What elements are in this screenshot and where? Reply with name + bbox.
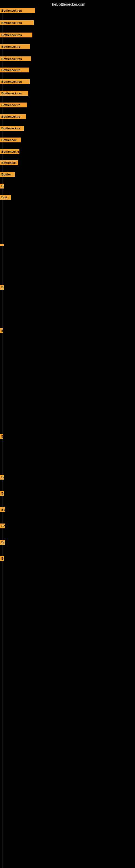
bar-item: Bott: [0, 195, 11, 199]
bar-label: Bott: [0, 540, 5, 545]
bar-label: B: [0, 285, 4, 290]
bar-item: Bottleneck: [0, 160, 18, 165]
bar-item: Bottleneck res: [0, 79, 30, 84]
bar-label: Bottleneck res: [0, 8, 35, 13]
bar-item: Bottleneck re: [0, 102, 27, 107]
bar-item: Bottleneck res: [0, 8, 35, 13]
bar-label: Bo: [0, 556, 4, 561]
bar-item: B: [0, 184, 4, 188]
bar-label: Bo: [0, 491, 4, 496]
bar-label: Bo: [0, 475, 4, 479]
bar-item: Bo: [0, 475, 4, 479]
bar-item: Bottleneck res: [0, 91, 28, 96]
bar-label: Bottleneck re: [0, 67, 29, 72]
bar-label: Bottleneck: [0, 137, 21, 143]
bar-label: Bottleneck: [0, 160, 18, 165]
bar-item: Bottleneck res: [0, 33, 32, 37]
bar-label: Bottleneck res: [0, 91, 28, 96]
bar-item: Bott: [0, 540, 5, 545]
bar-label: Bottleneck res: [0, 33, 32, 37]
bar-label: Bottleneck re: [0, 114, 26, 119]
bar-label: Bot: [0, 507, 5, 512]
bar-item: Bo: [0, 491, 4, 496]
bar-label: Bottleneck res: [0, 20, 34, 25]
bar-item: Bottleneck re: [0, 114, 26, 119]
bar-item: B: [0, 328, 3, 333]
bar-label: Bottleneck res: [0, 56, 31, 61]
bar-label: B: [0, 184, 4, 188]
bar-item: Bottleneck re: [0, 126, 24, 131]
bar-label: [0, 244, 4, 246]
bar-label: Bott: [0, 195, 11, 199]
bar-label: Bottleneck re: [0, 44, 30, 49]
bar-item: Bottleneck: [0, 137, 21, 143]
bar-item: Bottleneck re: [0, 67, 29, 72]
bar-label: Bottleneck re: [0, 126, 24, 131]
bar-label: Bott: [0, 524, 5, 528]
bar-item: Bottleneck res: [0, 56, 31, 61]
bar-label: Bottleneck res: [0, 79, 30, 84]
bar-label: B: [0, 434, 3, 439]
bar-item: Bottleneck c: [0, 149, 19, 154]
bar-item: Bot: [0, 507, 5, 512]
bar-item: B: [0, 434, 3, 439]
bar-item: Bottleneck re: [0, 44, 30, 49]
bar-item: Bottler: [0, 172, 15, 177]
bar-label: Bottler: [0, 172, 15, 177]
bar-item: Bottleneck res: [0, 20, 34, 25]
bar-item: Bott: [0, 524, 5, 528]
bar-item: Bo: [0, 556, 4, 561]
bar-label: B: [0, 328, 3, 333]
site-title: TheBottlenecker.com: [0, 0, 135, 8]
bar-label: Bottleneck re: [0, 102, 27, 107]
bar-item: B: [0, 285, 4, 290]
bar-item: [0, 244, 4, 246]
bar-label: Bottleneck c: [0, 149, 19, 154]
